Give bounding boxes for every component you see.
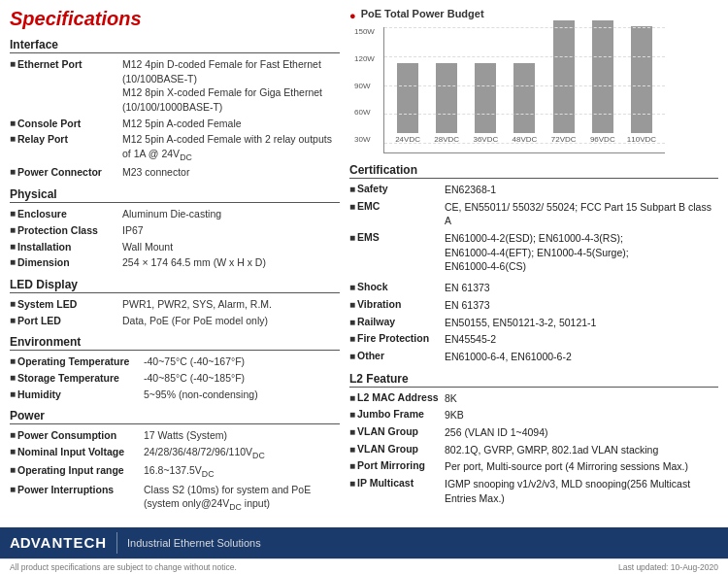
bar-96vdc-rect (592, 20, 613, 133)
l2-val-vlan2: 802.1Q, GVRP, GMRP, 802.1ad VLAN stackin… (445, 443, 718, 457)
cert-other: ■ Other EN61000-6-4, EN61000-6-2 (349, 350, 718, 364)
bar-72vdc-rect (553, 20, 575, 133)
l2-val-vlan1: 256 (VLAN ID 1~4094) (445, 425, 718, 440)
footer-disclaimer: All product specifications are subject t… (10, 562, 237, 572)
spec-label-ethernet: Ethernet Port (17, 57, 122, 72)
spec-protection: ■ Protection Class IP67 (10, 223, 340, 238)
section-environment: Environment (10, 335, 340, 351)
spec-val-protection: IP67 (122, 223, 340, 238)
l2-ipmulticast: ■ IP Multicast IGMP snooping v1/v2/v3, M… (349, 477, 718, 505)
spec-val-pwrcons: 17 Watts (System) (144, 428, 340, 443)
chart-bars: 24VDC 28VDC 36VDC 48VDC (384, 27, 665, 144)
spec-val-optemp: -40~75°C (-40~167°F) (144, 355, 340, 369)
spec-pwr-interruptions: ■ Power Interruptions Class S2 (10ms) fo… (10, 483, 340, 514)
spec-port-led: ■ Port LED Data, PoE (For PoE model only… (10, 314, 340, 328)
bullet-icon: ■ (10, 117, 17, 130)
bar-24vdc-rect (397, 63, 418, 133)
bar-36vdc-rect (475, 63, 496, 133)
bar-96vdc: 96VDC (585, 20, 620, 144)
cert-val-other: EN61000-6-4, EN61000-6-2 (445, 350, 718, 364)
bar-24vdc: 24VDC (390, 63, 425, 144)
cert-val-ems: EN61000-4-2(ESD); EN61000-4-3(RS);EN6100… (445, 231, 718, 274)
spec-val-nomvolt: 24/28/36/48/72/96/110VDC (144, 445, 340, 461)
spec-label-installation: Installation (17, 240, 122, 254)
spec-val-humidity: 5~95% (non-condensing) (144, 388, 340, 402)
bullet-icon: ■ (349, 200, 357, 214)
bullet-icon: ■ (349, 231, 357, 245)
cert-vibration: ■ Vibration EN 61373 (349, 298, 718, 313)
spec-label-nomvolt: Nominal Input Voltage (17, 445, 144, 459)
section-physical: Physical (10, 187, 340, 203)
l2-vlan1: ■ VLAN Group 256 (VLAN ID 1~4094) (349, 425, 718, 440)
spec-label-stortemp: Storage Temperature (17, 371, 144, 386)
bullet-icon: ■ (10, 463, 17, 477)
spec-val-ethernet: M12 4pin D-coded Female for Fast Etherne… (122, 57, 340, 115)
y-label-90w: 90W (354, 82, 381, 90)
bullet-icon: ■ (10, 355, 17, 368)
page-title: Specifications (10, 8, 340, 30)
bullet-icon: ■ (349, 477, 357, 490)
bullet-icon: ■ (10, 297, 17, 311)
spec-val-opinputrange: 16.8~137.5VDC (144, 463, 340, 480)
spec-val-stortemp: -40~85°C (-40~185°F) (144, 371, 340, 386)
footer-subtitle: Industrial Ethernet Solutions (127, 537, 261, 549)
l2-label-jumbo: Jumbo Frame (357, 408, 445, 420)
spec-label-optemp: Operating Temperature (17, 355, 144, 369)
spec-label-pwrcons: Power Consumption (17, 428, 144, 443)
bar-28vdc-label: 28VDC (434, 135, 459, 144)
spec-humidity: ■ Humidity 5~95% (non-condensing) (10, 388, 340, 402)
bullet-icon: ■ (10, 428, 17, 442)
bullet-icon: ■ (349, 459, 357, 473)
cert-label-shock: Shock (357, 281, 445, 292)
chart-section: ● PoE Total Power Budget 30W 60W 90W 120… (349, 8, 718, 153)
bar-48vdc-rect (513, 63, 535, 133)
spec-installation: ■ Installation Wall Mount (10, 240, 340, 254)
l2-portmirror: ■ Port Mirroring Per port, Multi-source … (349, 459, 718, 474)
l2-label-vlan1: VLAN Group (357, 425, 445, 437)
bar-72vdc-label: 72VDC (551, 135, 577, 144)
spec-val-power-conn: M23 connector (122, 165, 340, 180)
cert-emc: ■ EMC CE, EN55011/ 55032/ 55024; FCC Par… (349, 200, 718, 228)
spec-stor-temp: ■ Storage Temperature -40~85°C (-40~185°… (10, 371, 340, 386)
y-axis: 30W 60W 90W 120W 150W (354, 27, 381, 144)
cert-label-other: Other (357, 350, 445, 361)
spec-label-power-conn: Power Connector (17, 165, 122, 180)
section-certification: Certification (349, 163, 718, 179)
spec-val-pwrint: Class S2 (10ms) for system and PoE (syst… (144, 483, 340, 514)
cert-val-fire: EN45545-2 (445, 332, 718, 347)
cert-label-fire: Fire Protection (357, 332, 445, 344)
section-led: LED Display (10, 278, 340, 293)
bar-110vdc: 110VDC (624, 26, 659, 144)
y-label-150w: 150W (354, 27, 381, 36)
spec-power-connector: ■ Power Connector M23 connector (10, 165, 340, 180)
bar-36vdc: 36VDC (468, 63, 503, 144)
bullet-icon: ■ (10, 314, 17, 327)
spec-label-protection: Protection Class (17, 223, 122, 238)
l2-label-mac: L2 MAC Address (357, 391, 445, 403)
spec-label-enclosure: Enclosure (17, 207, 122, 221)
spec-console-port: ■ Console Port M12 5pin A-coded Female (10, 117, 340, 131)
l2-vlan2: ■ VLAN Group 802.1Q, GVRP, GMRP, 802.1ad… (349, 443, 718, 457)
bullet-icon: ■ (10, 165, 17, 179)
spec-label-humidity: Humidity (17, 388, 144, 402)
bar-48vdc-label: 48VDC (513, 135, 538, 144)
cert-label-vibration: Vibration (357, 298, 445, 310)
section-l2feature: L2 Feature (349, 372, 718, 388)
bullet-icon: ■ (10, 223, 17, 237)
bar-28vdc: 28VDC (429, 63, 464, 144)
spec-label-dimension: Dimension (17, 255, 122, 270)
bullet-icon: ■ (349, 281, 357, 294)
right-column: ● PoE Total Power Budget 30W 60W 90W 120… (349, 8, 718, 516)
bullet-icon: ■ (10, 371, 17, 385)
spec-label-console: Console Port (17, 117, 122, 131)
left-column: Specifications Interface ■ Ethernet Port… (10, 8, 340, 516)
chart-bullet: ● (349, 10, 356, 21)
spec-ethernet-port: ■ Ethernet Port M12 4pin D-coded Female … (10, 57, 340, 115)
l2-label-portmirror: Port Mirroring (357, 459, 445, 471)
spec-nominal-voltage: ■ Nominal Input Voltage 24/28/36/48/72/9… (10, 445, 340, 461)
l2-mac: ■ L2 MAC Address 8K (349, 391, 718, 406)
cert-railway: ■ Railway EN50155, EN50121-3-2, 50121-1 (349, 316, 718, 330)
bullet-icon: ■ (349, 332, 357, 346)
l2-val-portmirror: Per port, Multi-source port (4 Mirroring… (445, 459, 718, 474)
logo-van: VANTECH (31, 534, 107, 551)
